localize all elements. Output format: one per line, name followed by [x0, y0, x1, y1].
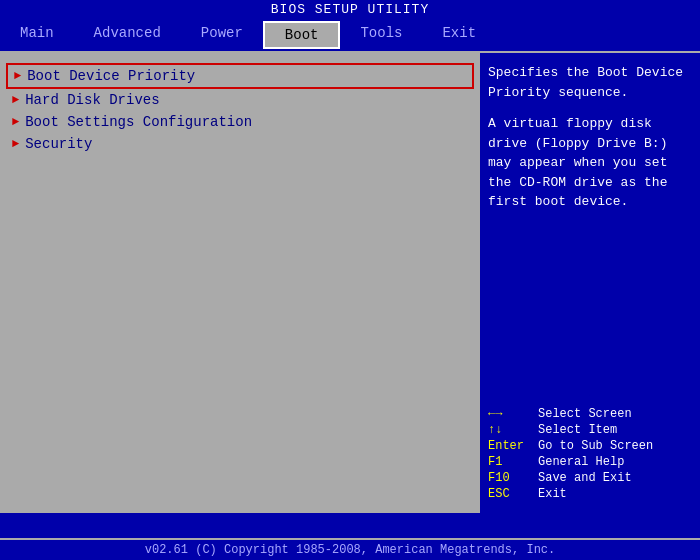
arrow-icon: ►: [12, 137, 19, 151]
menu-item-boot-settings-configuration[interactable]: ►Boot Settings Configuration: [6, 111, 474, 133]
menu-item-label: Boot Device Priority: [27, 68, 195, 84]
menu-item-label: Hard Disk Drives: [25, 92, 159, 108]
nav-item-power[interactable]: Power: [181, 21, 263, 49]
key-name: ESC: [488, 487, 538, 501]
key-description: Select Item: [538, 423, 617, 437]
help-paragraph-1: Specifies the Boot Device Priority seque…: [488, 63, 692, 102]
menu-item-hard-disk-drives[interactable]: ►Hard Disk Drives: [6, 89, 474, 111]
help-paragraph-2: A virtual floppy disk drive (Floppy Driv…: [488, 114, 692, 212]
help-text: Specifies the Boot Device Priority seque…: [488, 63, 692, 212]
bios-footer: v02.61 (C) Copyright 1985-2008, American…: [0, 538, 700, 560]
key-name: F10: [488, 471, 538, 485]
nav-item-tools[interactable]: Tools: [340, 21, 422, 49]
arrow-icon: ►: [14, 69, 21, 83]
key-row: ↑↓Select Item: [488, 423, 692, 437]
key-row: F1General Help: [488, 455, 692, 469]
key-name: F1: [488, 455, 538, 469]
main-content: ►Boot Device Priority►Hard Disk Drives►B…: [0, 53, 700, 513]
nav-item-exit[interactable]: Exit: [422, 21, 496, 49]
nav-item-boot[interactable]: Boot: [263, 21, 341, 49]
nav-item-advanced[interactable]: Advanced: [74, 21, 181, 49]
right-help-panel: Specifies the Boot Device Priority seque…: [480, 53, 700, 513]
key-name: ←→: [488, 407, 538, 421]
menu-item-security[interactable]: ►Security: [6, 133, 474, 155]
arrow-icon: ►: [12, 93, 19, 107]
key-name: Enter: [488, 439, 538, 453]
key-row: EnterGo to Sub Screen: [488, 439, 692, 453]
key-row: ←→Select Screen: [488, 407, 692, 421]
menu-item-boot-device-priority[interactable]: ►Boot Device Priority: [6, 63, 474, 89]
menu-item-label: Security: [25, 136, 92, 152]
nav-item-main[interactable]: Main: [0, 21, 74, 49]
left-menu-panel: ►Boot Device Priority►Hard Disk Drives►B…: [0, 53, 480, 513]
key-description: Go to Sub Screen: [538, 439, 653, 453]
key-description: General Help: [538, 455, 624, 469]
key-legend: ←→Select Screen↑↓Select ItemEnterGo to S…: [488, 407, 692, 503]
key-description: Select Screen: [538, 407, 632, 421]
key-description: Save and Exit: [538, 471, 632, 485]
bios-title: BIOS SETUP UTILITY: [0, 0, 700, 19]
menu-item-label: Boot Settings Configuration: [25, 114, 252, 130]
arrow-icon: ►: [12, 115, 19, 129]
key-row: F10Save and Exit: [488, 471, 692, 485]
key-row: ESCExit: [488, 487, 692, 501]
navigation-bar: MainAdvancedPowerBootToolsExit: [0, 19, 700, 53]
key-description: Exit: [538, 487, 567, 501]
key-name: ↑↓: [488, 423, 538, 437]
